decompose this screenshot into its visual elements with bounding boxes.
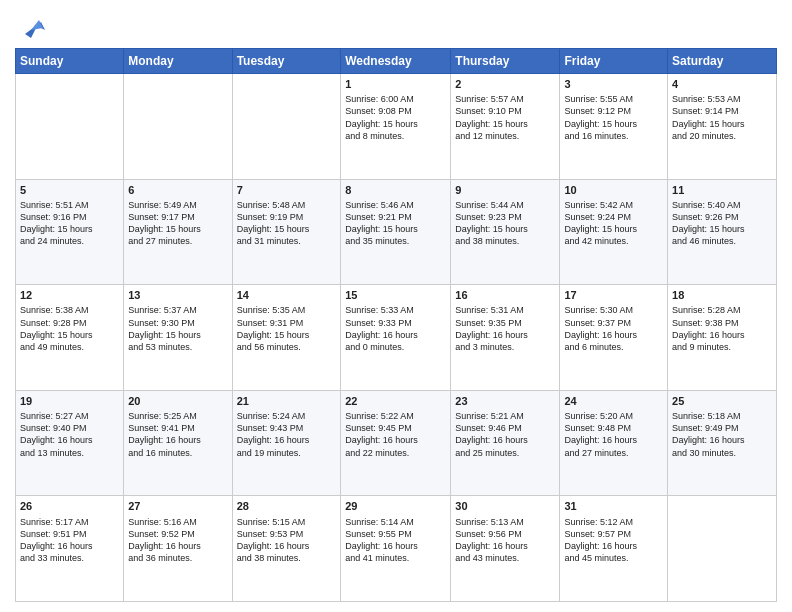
- weekday-header-friday: Friday: [560, 49, 668, 74]
- day-number: 29: [345, 499, 446, 513]
- weekday-header-tuesday: Tuesday: [232, 49, 341, 74]
- day-number: 5: [20, 183, 119, 197]
- day-info: Sunrise: 5:31 AM Sunset: 9:35 PM Dayligh…: [455, 304, 555, 353]
- calendar-cell: 5Sunrise: 5:51 AM Sunset: 9:16 PM Daylig…: [16, 179, 124, 285]
- calendar-cell: 26Sunrise: 5:17 AM Sunset: 9:51 PM Dayli…: [16, 496, 124, 602]
- day-number: 15: [345, 288, 446, 302]
- logo-icon: [17, 10, 49, 42]
- page: SundayMondayTuesdayWednesdayThursdayFrid…: [0, 0, 792, 612]
- weekday-header-sunday: Sunday: [16, 49, 124, 74]
- day-info: Sunrise: 5:25 AM Sunset: 9:41 PM Dayligh…: [128, 410, 227, 459]
- day-number: 3: [564, 77, 663, 91]
- calendar-cell: 18Sunrise: 5:28 AM Sunset: 9:38 PM Dayli…: [668, 285, 777, 391]
- day-info: Sunrise: 5:37 AM Sunset: 9:30 PM Dayligh…: [128, 304, 227, 353]
- day-info: Sunrise: 5:16 AM Sunset: 9:52 PM Dayligh…: [128, 516, 227, 565]
- calendar-cell: 20Sunrise: 5:25 AM Sunset: 9:41 PM Dayli…: [124, 390, 232, 496]
- day-number: 17: [564, 288, 663, 302]
- calendar-cell: 19Sunrise: 5:27 AM Sunset: 9:40 PM Dayli…: [16, 390, 124, 496]
- day-info: Sunrise: 5:18 AM Sunset: 9:49 PM Dayligh…: [672, 410, 772, 459]
- day-info: Sunrise: 5:17 AM Sunset: 9:51 PM Dayligh…: [20, 516, 119, 565]
- day-number: 26: [20, 499, 119, 513]
- calendar-cell: [232, 74, 341, 180]
- day-info: Sunrise: 5:48 AM Sunset: 9:19 PM Dayligh…: [237, 199, 337, 248]
- weekday-header-saturday: Saturday: [668, 49, 777, 74]
- day-info: Sunrise: 5:24 AM Sunset: 9:43 PM Dayligh…: [237, 410, 337, 459]
- day-info: Sunrise: 5:55 AM Sunset: 9:12 PM Dayligh…: [564, 93, 663, 142]
- calendar-cell: 12Sunrise: 5:38 AM Sunset: 9:28 PM Dayli…: [16, 285, 124, 391]
- weekday-header-row: SundayMondayTuesdayWednesdayThursdayFrid…: [16, 49, 777, 74]
- day-number: 18: [672, 288, 772, 302]
- day-info: Sunrise: 5:53 AM Sunset: 9:14 PM Dayligh…: [672, 93, 772, 142]
- day-number: 31: [564, 499, 663, 513]
- weekday-header-wednesday: Wednesday: [341, 49, 451, 74]
- day-info: Sunrise: 5:15 AM Sunset: 9:53 PM Dayligh…: [237, 516, 337, 565]
- day-number: 7: [237, 183, 337, 197]
- calendar-cell: 2Sunrise: 5:57 AM Sunset: 9:10 PM Daylig…: [451, 74, 560, 180]
- weekday-header-thursday: Thursday: [451, 49, 560, 74]
- day-info: Sunrise: 5:46 AM Sunset: 9:21 PM Dayligh…: [345, 199, 446, 248]
- day-number: 14: [237, 288, 337, 302]
- calendar-cell: 6Sunrise: 5:49 AM Sunset: 9:17 PM Daylig…: [124, 179, 232, 285]
- day-number: 27: [128, 499, 227, 513]
- week-row-3: 19Sunrise: 5:27 AM Sunset: 9:40 PM Dayli…: [16, 390, 777, 496]
- calendar-cell: 29Sunrise: 5:14 AM Sunset: 9:55 PM Dayli…: [341, 496, 451, 602]
- week-row-4: 26Sunrise: 5:17 AM Sunset: 9:51 PM Dayli…: [16, 496, 777, 602]
- day-info: Sunrise: 5:22 AM Sunset: 9:45 PM Dayligh…: [345, 410, 446, 459]
- day-number: 11: [672, 183, 772, 197]
- logo: [15, 10, 49, 42]
- day-number: 4: [672, 77, 772, 91]
- calendar-cell: 27Sunrise: 5:16 AM Sunset: 9:52 PM Dayli…: [124, 496, 232, 602]
- day-info: Sunrise: 5:51 AM Sunset: 9:16 PM Dayligh…: [20, 199, 119, 248]
- day-info: Sunrise: 6:00 AM Sunset: 9:08 PM Dayligh…: [345, 93, 446, 142]
- day-info: Sunrise: 5:57 AM Sunset: 9:10 PM Dayligh…: [455, 93, 555, 142]
- day-number: 9: [455, 183, 555, 197]
- day-number: 24: [564, 394, 663, 408]
- calendar-cell: 4Sunrise: 5:53 AM Sunset: 9:14 PM Daylig…: [668, 74, 777, 180]
- calendar-cell: 3Sunrise: 5:55 AM Sunset: 9:12 PM Daylig…: [560, 74, 668, 180]
- calendar-cell: 24Sunrise: 5:20 AM Sunset: 9:48 PM Dayli…: [560, 390, 668, 496]
- day-number: 8: [345, 183, 446, 197]
- calendar-cell: 28Sunrise: 5:15 AM Sunset: 9:53 PM Dayli…: [232, 496, 341, 602]
- calendar-cell: 23Sunrise: 5:21 AM Sunset: 9:46 PM Dayli…: [451, 390, 560, 496]
- day-number: 20: [128, 394, 227, 408]
- day-info: Sunrise: 5:12 AM Sunset: 9:57 PM Dayligh…: [564, 516, 663, 565]
- calendar-cell: [124, 74, 232, 180]
- day-number: 30: [455, 499, 555, 513]
- calendar-cell: 9Sunrise: 5:44 AM Sunset: 9:23 PM Daylig…: [451, 179, 560, 285]
- day-number: 6: [128, 183, 227, 197]
- weekday-header-monday: Monday: [124, 49, 232, 74]
- day-number: 13: [128, 288, 227, 302]
- calendar-cell: [668, 496, 777, 602]
- day-number: 10: [564, 183, 663, 197]
- day-info: Sunrise: 5:42 AM Sunset: 9:24 PM Dayligh…: [564, 199, 663, 248]
- calendar-cell: 13Sunrise: 5:37 AM Sunset: 9:30 PM Dayli…: [124, 285, 232, 391]
- day-number: 12: [20, 288, 119, 302]
- calendar-cell: 16Sunrise: 5:31 AM Sunset: 9:35 PM Dayli…: [451, 285, 560, 391]
- day-info: Sunrise: 5:35 AM Sunset: 9:31 PM Dayligh…: [237, 304, 337, 353]
- calendar-table: SundayMondayTuesdayWednesdayThursdayFrid…: [15, 48, 777, 602]
- calendar-cell: 1Sunrise: 6:00 AM Sunset: 9:08 PM Daylig…: [341, 74, 451, 180]
- day-number: 23: [455, 394, 555, 408]
- day-info: Sunrise: 5:40 AM Sunset: 9:26 PM Dayligh…: [672, 199, 772, 248]
- day-number: 25: [672, 394, 772, 408]
- calendar-cell: 22Sunrise: 5:22 AM Sunset: 9:45 PM Dayli…: [341, 390, 451, 496]
- day-number: 19: [20, 394, 119, 408]
- calendar-cell: 8Sunrise: 5:46 AM Sunset: 9:21 PM Daylig…: [341, 179, 451, 285]
- calendar-cell: 30Sunrise: 5:13 AM Sunset: 9:56 PM Dayli…: [451, 496, 560, 602]
- calendar-cell: 11Sunrise: 5:40 AM Sunset: 9:26 PM Dayli…: [668, 179, 777, 285]
- day-info: Sunrise: 5:38 AM Sunset: 9:28 PM Dayligh…: [20, 304, 119, 353]
- calendar-cell: 15Sunrise: 5:33 AM Sunset: 9:33 PM Dayli…: [341, 285, 451, 391]
- day-info: Sunrise: 5:27 AM Sunset: 9:40 PM Dayligh…: [20, 410, 119, 459]
- day-info: Sunrise: 5:44 AM Sunset: 9:23 PM Dayligh…: [455, 199, 555, 248]
- day-info: Sunrise: 5:28 AM Sunset: 9:38 PM Dayligh…: [672, 304, 772, 353]
- day-info: Sunrise: 5:20 AM Sunset: 9:48 PM Dayligh…: [564, 410, 663, 459]
- week-row-1: 5Sunrise: 5:51 AM Sunset: 9:16 PM Daylig…: [16, 179, 777, 285]
- day-info: Sunrise: 5:14 AM Sunset: 9:55 PM Dayligh…: [345, 516, 446, 565]
- header: [15, 10, 777, 42]
- calendar-cell: 14Sunrise: 5:35 AM Sunset: 9:31 PM Dayli…: [232, 285, 341, 391]
- calendar-cell: 7Sunrise: 5:48 AM Sunset: 9:19 PM Daylig…: [232, 179, 341, 285]
- svg-marker-0: [25, 22, 45, 38]
- day-number: 22: [345, 394, 446, 408]
- day-info: Sunrise: 5:21 AM Sunset: 9:46 PM Dayligh…: [455, 410, 555, 459]
- day-info: Sunrise: 5:13 AM Sunset: 9:56 PM Dayligh…: [455, 516, 555, 565]
